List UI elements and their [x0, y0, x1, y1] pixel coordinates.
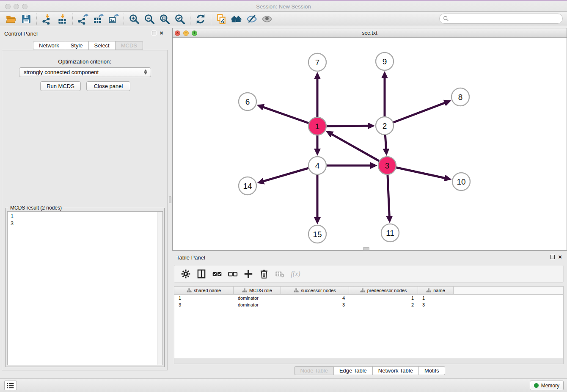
cell-successor-nodes[interactable]: 3	[281, 301, 349, 308]
cell-MCDS-role[interactable]: dominator	[234, 301, 281, 308]
table-tab-node-table[interactable]: Node Table	[294, 366, 334, 375]
window-close-icon[interactable]	[5, 4, 11, 9]
import-table-icon[interactable]	[55, 13, 70, 25]
columns-icon[interactable]	[193, 268, 209, 280]
deselect-all-icon[interactable]	[225, 268, 240, 280]
tab-network[interactable]: Network	[33, 41, 65, 50]
close-panel-icon[interactable]: ×	[160, 31, 163, 35]
search-icon	[443, 16, 449, 22]
hide-display-icon[interactable]	[244, 13, 259, 25]
memory-status-icon	[534, 383, 539, 388]
panel-splitter-handle[interactable]	[169, 196, 171, 203]
table-tabs: Node TableEdge TableNetwork TableMotifs	[172, 366, 567, 375]
node-label-7: 7	[315, 58, 320, 67]
cell-shared-name[interactable]: 3	[174, 301, 234, 308]
task-history-button[interactable]	[4, 381, 17, 390]
table-row[interactable]: 1dominator411	[174, 295, 563, 301]
mcds-result-text[interactable]: 1 3	[7, 211, 163, 365]
edge-2-8[interactable]	[385, 103, 445, 126]
table-tab-motifs[interactable]: Motifs	[419, 366, 445, 375]
zoom-in-icon[interactable]	[127, 13, 142, 25]
zoom-fit-icon[interactable]	[157, 13, 172, 25]
node-table[interactable]: shared nameMCDS rolesuccessor nodesprede…	[174, 286, 564, 358]
node-label-14: 14	[243, 182, 252, 190]
control-panel: Control Panel × NetworkStyleSelectMCDS O…	[0, 26, 169, 378]
toolbar-separator	[72, 14, 73, 25]
cell-name[interactable]: 1	[418, 295, 454, 301]
node-label-1: 1	[315, 122, 320, 131]
network-graph[interactable]: 1234678910111415	[173, 38, 567, 250]
table-tab-edge-table[interactable]: Edge Table	[334, 366, 373, 375]
cell-MCDS-role[interactable]: dominator	[234, 295, 281, 301]
table-tab-network-table[interactable]: Network Table	[373, 366, 419, 375]
app-titlebar: Session: New Session	[0, 0, 567, 12]
node-label-10: 10	[457, 177, 465, 186]
cell-successor-nodes[interactable]: 4	[281, 295, 349, 301]
add-row-icon[interactable]	[240, 268, 256, 280]
column-header-filler	[454, 287, 563, 294]
toolbar-separator	[190, 14, 190, 25]
criterion-select[interactable]: strongly connected component	[19, 67, 151, 77]
network-canvas[interactable]: 1234678910111415	[173, 38, 567, 250]
close-panel-button[interactable]: Close panel	[86, 81, 130, 91]
control-panel-title: Control Panel	[4, 30, 38, 37]
export-image-icon[interactable]	[106, 13, 121, 25]
open-session-icon[interactable]	[3, 13, 19, 25]
column-header-shared-name[interactable]: shared name	[174, 287, 234, 294]
float-panel-icon[interactable]	[152, 31, 156, 35]
copy-network-icon[interactable]	[214, 13, 229, 25]
delete-table-icon	[272, 268, 287, 280]
network-maximize-icon[interactable]: +	[192, 30, 197, 36]
main-toolbar	[0, 12, 567, 26]
tab-mcds[interactable]: MCDS	[116, 41, 143, 50]
settings-icon[interactable]	[178, 268, 193, 280]
memory-label: Memory	[541, 383, 559, 389]
zoom-out-icon[interactable]	[142, 13, 157, 25]
run-mcds-button[interactable]: Run MCDS	[40, 81, 81, 91]
table-hscrollbar[interactable]	[174, 358, 564, 364]
apply-function-icon: f(x)	[287, 268, 303, 280]
zoom-selected-icon[interactable]	[172, 13, 187, 25]
home-icon[interactable]	[229, 13, 244, 25]
network-minimize-icon[interactable]: −	[183, 30, 189, 36]
tab-select[interactable]: Select	[89, 41, 116, 50]
mcds-result-scrollbar[interactable]	[157, 212, 162, 365]
cell-shared-name[interactable]: 1	[174, 295, 234, 301]
toolbar-separator	[211, 14, 211, 25]
show-display-icon[interactable]	[259, 13, 275, 25]
mcds-panel: Optimization criterion: strongly connect…	[2, 50, 168, 370]
float-table-panel-icon[interactable]	[550, 255, 555, 259]
export-table-icon[interactable]	[91, 13, 106, 25]
svg-text:f(x): f(x)	[291, 270, 300, 278]
export-network-icon[interactable]	[75, 13, 91, 25]
node-label-4: 4	[315, 161, 320, 170]
network-close-icon[interactable]: ×	[175, 30, 180, 36]
table-panel: Table Panel × f(x) shared nameMCDS roles…	[172, 251, 567, 378]
cell-name[interactable]: 3	[418, 301, 454, 308]
list-icon	[7, 383, 14, 389]
delete-row-icon[interactable]	[256, 268, 272, 280]
select-all-icon[interactable]	[209, 268, 225, 280]
edge-3-1[interactable]	[332, 134, 387, 166]
network-splitter-handle[interactable]	[363, 247, 369, 250]
save-session-icon[interactable]	[19, 13, 34, 25]
column-header-MCDS-role[interactable]: MCDS role	[234, 287, 281, 294]
column-header-successor-nodes[interactable]: successor nodes	[281, 287, 349, 294]
network-title: scc.txt	[173, 28, 567, 38]
window-minimize-icon[interactable]	[14, 4, 19, 9]
network-window-titlebar[interactable]: × − + scc.txt	[173, 28, 567, 38]
column-header-predecessor-nodes[interactable]: predecessor nodes	[349, 287, 418, 294]
column-header-name[interactable]: name	[418, 287, 454, 294]
window-zoom-icon[interactable]	[22, 4, 28, 9]
search-input[interactable]	[439, 14, 563, 24]
import-network-icon[interactable]	[39, 13, 55, 25]
table-row[interactable]: 3dominator323	[174, 301, 563, 308]
close-table-panel-icon[interactable]: ×	[558, 255, 562, 259]
memory-button[interactable]: Memory	[530, 381, 564, 390]
cell-predecessor-nodes[interactable]: 1	[349, 295, 418, 301]
mcds-result-title: MCDS result (2 nodes)	[8, 205, 63, 211]
select-stepper-icon	[144, 69, 147, 75]
cell-predecessor-nodes[interactable]: 2	[349, 301, 418, 308]
refresh-view-icon[interactable]	[193, 13, 208, 25]
tab-style[interactable]: Style	[65, 41, 89, 50]
